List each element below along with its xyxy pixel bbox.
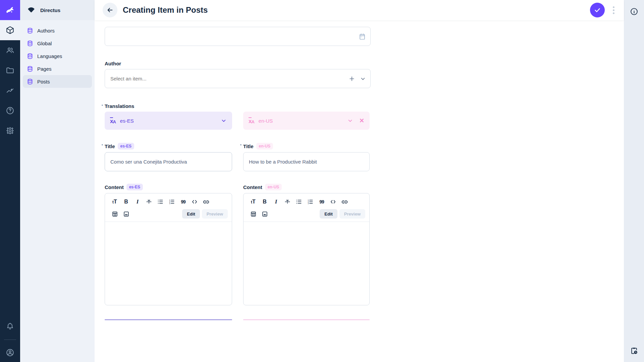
translate-icon: xA [249, 117, 255, 124]
right-sidebar-rail [624, 0, 644, 362]
required-dot [102, 105, 103, 106]
check-icon [594, 6, 601, 14]
code-icon[interactable] [189, 197, 200, 207]
page-title: Creating Item in Posts [123, 5, 585, 15]
directus-logo[interactable] [0, 0, 20, 20]
editor-toolbar: tT B I 123 [244, 193, 369, 222]
module-bar-divider [4, 340, 16, 340]
more-options-button[interactable] [610, 4, 617, 16]
bold-icon[interactable]: B [120, 197, 132, 207]
code-icon[interactable] [327, 197, 339, 207]
sidebar-item-pages[interactable]: Pages [23, 62, 92, 75]
edit-mode-button[interactable]: Edit [320, 209, 337, 219]
chevron-down-icon[interactable] [360, 76, 366, 82]
sidebar-item-label: Authors [37, 28, 55, 34]
blockquote-icon[interactable]: 99 [316, 197, 327, 207]
sidebar-item-label: Languages [37, 53, 62, 59]
database-icon [27, 66, 33, 72]
translations-label: Translations [105, 103, 371, 109]
clipboard-clock-icon [630, 347, 638, 355]
content-es-textarea[interactable] [105, 222, 232, 305]
revisions-sidebar-button[interactable] [629, 345, 639, 356]
translation-divider-es [105, 319, 232, 320]
image-icon[interactable] [120, 209, 132, 219]
bullet-list-icon[interactable] [293, 197, 305, 207]
module-insights[interactable] [0, 80, 20, 101]
bell-icon [6, 322, 14, 330]
title-en-input[interactable] [243, 152, 370, 171]
module-users[interactable] [0, 40, 20, 60]
module-docs[interactable] [0, 101, 20, 121]
date-field [105, 27, 371, 46]
lang-badge-es: es-ES [118, 143, 134, 149]
info-icon [630, 7, 638, 16]
date-input[interactable] [105, 27, 371, 46]
project-name: Directus [40, 7, 60, 13]
bold-icon[interactable]: B [259, 197, 270, 207]
editor-toolbar: tT B I 123 [105, 193, 232, 222]
main-area: Creating Item in Posts [95, 0, 624, 362]
table-icon[interactable] [248, 209, 259, 219]
bullet-list-icon[interactable] [155, 197, 166, 207]
blockquote-icon[interactable]: 99 [177, 197, 189, 207]
chevron-down-icon[interactable] [221, 118, 227, 124]
lang-badge-es: es-ES [126, 184, 143, 190]
strikethrough-icon[interactable] [282, 197, 293, 207]
back-button[interactable] [103, 3, 117, 17]
italic-icon[interactable]: I [132, 197, 143, 207]
author-select-input[interactable] [105, 69, 371, 88]
plus-icon[interactable] [348, 75, 355, 82]
required-dot [102, 144, 103, 145]
required-dot [240, 144, 241, 145]
sidebar-item-authors[interactable]: Authors [23, 24, 92, 37]
title-es-label: Title es-ES [105, 143, 232, 149]
link-icon[interactable] [200, 197, 212, 207]
sidebar-item-posts[interactable]: Posts [23, 75, 92, 88]
form-content: Author [95, 20, 624, 362]
project-status-icon [27, 6, 36, 14]
notifications-button[interactable] [0, 316, 20, 336]
link-icon[interactable] [339, 197, 350, 207]
project-header[interactable]: Directus [20, 0, 95, 20]
calendar-icon[interactable] [359, 33, 366, 40]
module-files[interactable] [0, 60, 20, 80]
format-size-icon[interactable]: tT [109, 197, 120, 207]
rabbit-logo-icon [4, 4, 16, 16]
italic-icon[interactable]: I [270, 197, 282, 207]
account-button[interactable] [0, 343, 20, 362]
chevron-down-icon[interactable] [347, 118, 353, 124]
preview-mode-button[interactable]: Preview [339, 209, 365, 219]
module-content[interactable] [0, 20, 20, 40]
close-icon[interactable]: ✕ [359, 117, 364, 124]
title-es-input[interactable] [105, 152, 232, 171]
author-field [105, 69, 371, 88]
collections-list: Authors Global Languages Pages Posts [20, 20, 95, 92]
edit-mode-button[interactable]: Edit [182, 209, 200, 219]
info-sidebar-button[interactable] [629, 6, 639, 17]
database-icon [27, 78, 33, 85]
wysiwyg-editor-es: tT B I 123 [105, 193, 232, 305]
arrow-left-icon [106, 6, 114, 14]
numbered-list-icon[interactable]: 123 [166, 197, 177, 207]
sidebar-item-languages[interactable]: Languages [23, 50, 92, 62]
sidebar-item-global[interactable]: Global [23, 37, 92, 50]
module-settings[interactable] [0, 121, 20, 141]
format-size-icon[interactable]: tT [248, 197, 259, 207]
save-button[interactable] [590, 3, 605, 17]
preview-mode-button[interactable]: Preview [202, 209, 228, 219]
translation-select-es[interactable]: xA es-ES [105, 112, 232, 130]
image-icon[interactable] [259, 209, 270, 219]
translation-select-en[interactable]: xA en-US ✕ [243, 112, 370, 130]
author-label: Author [105, 61, 371, 66]
content-en-label: Content en-US [243, 184, 370, 190]
table-icon[interactable] [109, 209, 120, 219]
page-header: Creating Item in Posts [95, 0, 624, 20]
content-en-textarea[interactable] [244, 222, 369, 305]
numbered-list-icon[interactable]: 123 [305, 197, 316, 207]
translate-icon: xA [110, 117, 116, 124]
strikethrough-icon[interactable] [143, 197, 155, 207]
translation-divider-en [243, 319, 370, 320]
insights-icon [6, 86, 14, 95]
database-icon [27, 27, 33, 34]
module-bar [0, 0, 20, 362]
